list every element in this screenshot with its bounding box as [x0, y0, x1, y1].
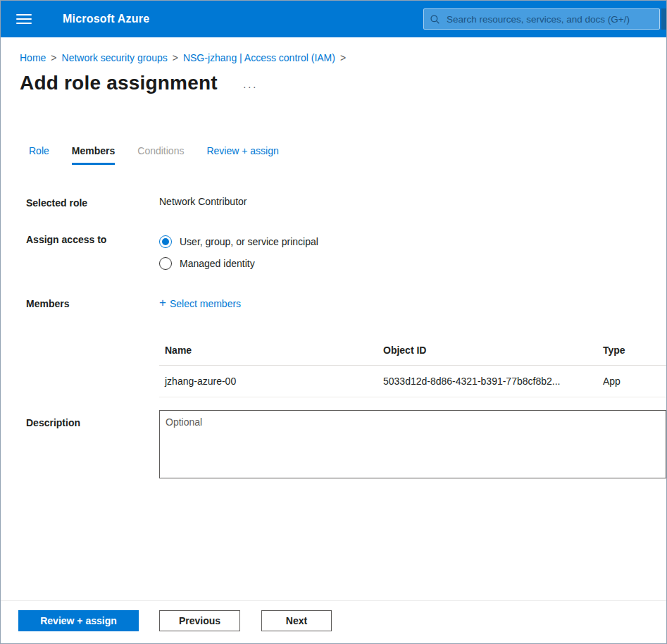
radio-option-user-group-service-principal[interactable]: User, group, or service principal: [159, 233, 666, 251]
members-table-header-row: Name Object ID Type: [159, 336, 666, 366]
selected-role-label: Selected role: [26, 196, 159, 210]
description-label: Description: [26, 410, 159, 430]
breadcrumb: Home>Network security groups>NSG-jzhang …: [1, 37, 666, 63]
breadcrumb-nsg-access-control[interactable]: NSG-jzhang | Access control (IAM): [183, 52, 335, 63]
description-row: Description: [26, 410, 666, 481]
title-row: Add role assignment ···: [20, 72, 647, 94]
product-name: Microsoft Azure: [63, 13, 149, 25]
assign-access-to-label: Assign access to: [26, 233, 159, 247]
column-header-name: Name: [159, 336, 378, 366]
tab-members[interactable]: Members: [72, 145, 115, 165]
next-button[interactable]: Next: [261, 610, 332, 631]
selected-role-value: Network Contributor: [159, 196, 666, 207]
tab-list: Role Members Conditions Review + assign: [29, 145, 666, 165]
column-header-object-id: Object ID: [378, 336, 597, 366]
breadcrumb-separator: >: [51, 52, 56, 63]
radio-selected-icon: [159, 235, 172, 248]
description-input[interactable]: [159, 410, 666, 478]
breadcrumb-network-security-groups[interactable]: Network security groups: [62, 52, 168, 63]
member-object-id-cell: 5033d12d-8d86-4321-b391-77b8cf8b2...: [378, 366, 597, 397]
radio-option-managed-identity[interactable]: Managed identity: [159, 254, 666, 273]
search-icon: [430, 14, 440, 25]
column-header-type: Type: [597, 336, 666, 366]
radio-option-label: Managed identity: [180, 258, 255, 269]
breadcrumb-separator: >: [173, 52, 178, 63]
selected-role-row: Selected role Network Contributor: [26, 196, 666, 210]
radio-option-label: User, group, or service principal: [180, 236, 318, 247]
tab-role[interactable]: Role: [29, 145, 49, 165]
role-assignment-form: Selected role Network Contributor Assign…: [1, 196, 666, 481]
breadcrumb-separator: >: [340, 52, 346, 63]
tab-conditions: Conditions: [137, 145, 184, 165]
previous-button[interactable]: Previous: [159, 610, 240, 631]
members-row: Members + Select members Name Object ID …: [26, 297, 666, 397]
clipped-toolbar-item: [661, 8, 666, 30]
table-row: jzhang-azure-00 5033d12d-8d86-4321-b391-…: [159, 366, 666, 397]
members-label: Members: [26, 297, 159, 311]
member-name-cell: jzhang-azure-00: [159, 366, 378, 397]
azure-portal-window: Microsoft Azure Home>Network security gr…: [0, 0, 667, 644]
top-bar: Microsoft Azure: [1, 1, 666, 37]
select-members-label: Select members: [170, 297, 241, 311]
page-title: Add role assignment: [20, 72, 218, 94]
member-type-cell: App: [597, 366, 666, 397]
search-box[interactable]: [423, 8, 660, 30]
more-options-icon[interactable]: ···: [243, 80, 258, 92]
hamburger-menu-icon[interactable]: [16, 14, 32, 24]
select-members-link[interactable]: + Select members: [159, 297, 241, 311]
search-input[interactable]: [445, 13, 654, 25]
review-assign-button[interactable]: Review + assign: [18, 610, 139, 631]
tab-review-assign[interactable]: Review + assign: [206, 145, 278, 165]
assign-access-to-row: Assign access to User, group, or service…: [26, 233, 666, 273]
radio-unselected-icon: [159, 257, 172, 270]
plus-icon: +: [159, 296, 166, 310]
breadcrumb-home[interactable]: Home: [20, 52, 46, 63]
footer-bar: Review + assign Previous Next: [1, 600, 666, 643]
members-table: Name Object ID Type jzhang-azure-00 5033…: [159, 336, 666, 397]
